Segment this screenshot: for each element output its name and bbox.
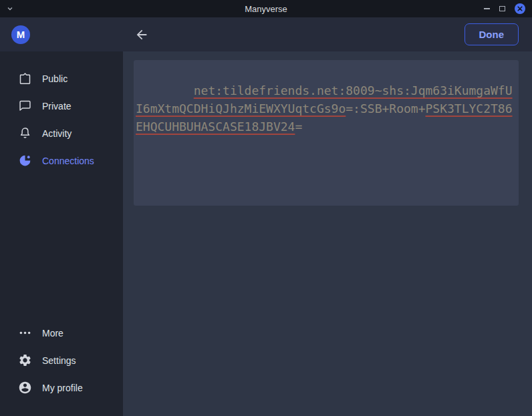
gear-icon <box>18 353 32 367</box>
close-icon <box>517 6 523 11</box>
app-header: M Done <box>0 17 532 51</box>
bell-icon <box>18 126 32 140</box>
invite-code-input[interactable]: net:tildefriends.net:8009~shs:Jqm63iKumg… <box>134 60 519 206</box>
app-body: Public Private Activity Connections <box>0 51 532 416</box>
sidebar-item-more[interactable]: More <box>0 319 123 347</box>
invite-text-segment: = <box>295 120 302 134</box>
window-title: Manyverse <box>245 4 287 14</box>
sidebar-item-my-profile[interactable]: My profile <box>0 374 123 401</box>
manyverse-logo: M <box>11 25 30 44</box>
ellipsis-icon <box>18 326 32 340</box>
account-circle-icon <box>18 381 32 395</box>
window-controls <box>484 3 525 14</box>
arrow-left-icon <box>134 27 149 42</box>
titlebar: Manyverse <box>0 0 532 17</box>
message-bubble-icon <box>18 99 32 113</box>
sidebar-item-label: Activity <box>42 128 72 139</box>
minimize-icon <box>484 8 490 9</box>
minimize-button[interactable] <box>484 8 490 9</box>
sidebar-item-label: My profile <box>42 383 83 393</box>
sidebar-spacer <box>0 174 123 319</box>
sidebar-item-settings[interactable]: Settings <box>0 347 123 374</box>
logo-letter: M <box>17 29 25 40</box>
invite-text-segment: =:SSB+Room+ <box>346 101 425 116</box>
sidebar-item-activity[interactable]: Activity <box>0 120 123 147</box>
connections-pie-icon <box>18 154 32 168</box>
bulletin-board-icon <box>18 71 32 85</box>
window-menu-chevron-icon[interactable] <box>7 5 13 12</box>
restore-button[interactable] <box>499 6 505 11</box>
restore-icon <box>499 6 505 11</box>
sidebar-item-label: Settings <box>42 355 76 366</box>
manyverse-window: Manyverse M Done Public <box>0 0 532 416</box>
main-content: net:tildefriends.net:8009~shs:Jqm63iKumg… <box>123 51 532 416</box>
sidebar-item-label: Public <box>42 73 68 84</box>
sidebar-item-public[interactable]: Public <box>0 65 123 92</box>
close-button[interactable] <box>515 3 525 14</box>
sidebar-item-label: Connections <box>42 156 94 166</box>
done-button[interactable]: Done <box>464 23 519 45</box>
sidebar-item-label: More <box>42 328 63 339</box>
sidebar: Public Private Activity Connections <box>0 51 123 416</box>
sidebar-item-private[interactable]: Private <box>0 92 123 120</box>
sidebar-item-label: Private <box>42 101 72 112</box>
logo-area: M <box>0 25 123 44</box>
sidebar-item-connections[interactable]: Connections <box>0 147 123 174</box>
back-button[interactable] <box>134 27 149 42</box>
